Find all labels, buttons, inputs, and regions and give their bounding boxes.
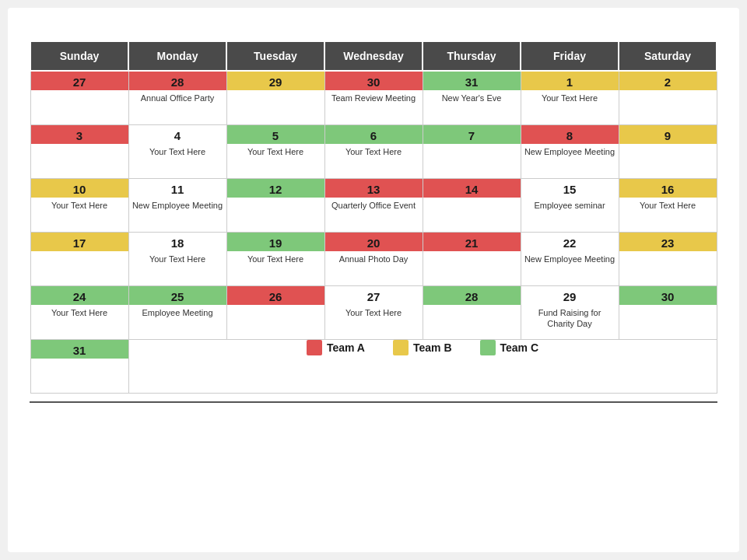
date-cell: 28Annual Office Party [128,71,226,125]
date-cell: 13Quarterly Office Event [324,179,423,233]
date-cell: 8New Employee Meeting [521,125,619,179]
date-number: 30 [325,72,423,90]
header-cell-sunday: Sunday [30,41,128,71]
date-number: 12 [227,179,324,198]
date-number: 21 [423,233,521,251]
date-number: 28 [423,286,521,305]
date-number: 2 [619,72,717,90]
date-number: 14 [423,179,521,198]
event-text: Your Text Here [521,90,619,107]
legend-label: Team C [500,341,539,354]
date-number: 20 [325,233,423,251]
date-number: 1 [521,72,619,90]
date-number: 13 [325,179,423,198]
event-text: New Employee Meeting [521,144,619,160]
date-number: 17 [31,233,128,251]
date-number: 11 [129,179,226,198]
date-number: 3 [31,125,128,144]
event-text: Employee Meeting [129,305,226,321]
date-number: 23 [619,233,717,251]
date-cell: 10Your Text Here [30,179,128,233]
date-cell: 19Your Text Here [226,233,324,286]
event-text: Your Text Here [227,144,324,160]
date-number: 31 [423,72,521,90]
date-number: 29 [227,72,324,90]
legend-label: Team A [327,341,365,354]
date-number: 7 [423,125,521,144]
calendar-row: 24Your Text Here25Employee Meeting2627Yo… [30,286,717,340]
calendar-row: 1718Your Text Here19Your Text Here20Annu… [30,233,717,286]
date-number: 16 [619,179,717,198]
date-cell: 23 [619,233,717,286]
event-text: Your Text Here [325,144,423,160]
event-text: Fund Raising for Charity Day [521,305,619,333]
date-cell: 3 [30,125,128,179]
date-number: 10 [31,179,128,198]
date-cell: 30 [619,286,717,340]
event-text: Your Text Here [31,305,128,321]
date-number: 27 [325,286,423,305]
date-cell: 1Your Text Here [521,71,619,125]
date-number: 15 [521,179,619,198]
date-cell: 24Your Text Here [30,286,128,340]
date-number: 22 [521,233,619,251]
event-text: Your Text Here [31,198,128,214]
date-cell: 2 [619,71,717,125]
date-cell: 9 [619,125,717,179]
legend-cell: Team ATeam BTeam C [128,340,717,394]
date-cell: 18Your Text Here [128,233,226,286]
date-number: 28 [129,72,226,90]
date-cell: 27 [30,71,128,125]
header-cell-friday: Friday [521,41,619,71]
date-number: 29 [521,286,619,305]
page-container: SundayMondayTuesdayWednesdayThursdayFrid… [8,8,739,552]
header-cell-tuesday: Tuesday [226,41,324,71]
date-cell: 15Employee seminar [521,179,619,233]
event-text: Employee seminar [521,198,619,214]
header-cell-monday: Monday [128,41,226,71]
date-number: 4 [129,125,226,144]
date-cell: 4Your Text Here [128,125,226,179]
date-number: 9 [619,125,717,144]
date-cell: 5Your Text Here [226,125,324,179]
date-cell: 16Your Text Here [619,179,717,233]
date-cell: 17 [30,233,128,286]
date-number: 25 [129,286,226,305]
bottom-divider [30,401,717,403]
date-cell: 14 [423,179,521,233]
date-number: 6 [325,125,423,144]
event-text: Quarterly Office Event [325,198,423,214]
date-cell: 6Your Text Here [324,125,423,179]
date-number: 18 [129,233,226,251]
legend-swatch [307,340,322,355]
header-cell-wednesday: Wednesday [324,41,423,71]
event-text: New Year's Eve [423,90,521,107]
date-cell: 29Fund Raising for Charity Day [521,286,619,340]
event-text: Your Text Here [129,144,226,160]
header-cell-thursday: Thursday [423,41,521,71]
event-text: Your Text Here [129,251,226,268]
event-text: Team Review Meeting [325,90,423,107]
date-cell: 27Your Text Here [324,286,423,340]
date-cell: 7 [423,125,521,179]
calendar-row: 2728Annual Office Party2930Team Review M… [30,71,717,125]
legend-item: Team B [393,340,452,355]
date-cell: 20Annual Photo Day [324,233,423,286]
event-text: Your Text Here [325,305,423,321]
date-number: 27 [31,72,128,90]
date-number: 8 [521,125,619,144]
event-text: Your Text Here [227,251,324,268]
event-text: New Employee Meeting [129,198,226,214]
calendar-row: 10Your Text Here11New Employee Meeting12… [30,179,717,233]
date-cell: 12 [226,179,324,233]
date-cell: 21 [423,233,521,286]
date-number: 24 [31,286,128,305]
date-number: 19 [227,233,324,251]
legend-label: Team B [413,341,452,354]
date-cell: 30Team Review Meeting [324,71,423,125]
date-cell: 26 [226,286,324,340]
calendar-row: 34Your Text Here5Your Text Here6Your Tex… [30,125,717,179]
calendar-row: 31Team ATeam BTeam C [30,340,717,394]
event-text: Annual Photo Day [325,251,423,268]
calendar-table: SundayMondayTuesdayWednesdayThursdayFrid… [30,40,717,394]
